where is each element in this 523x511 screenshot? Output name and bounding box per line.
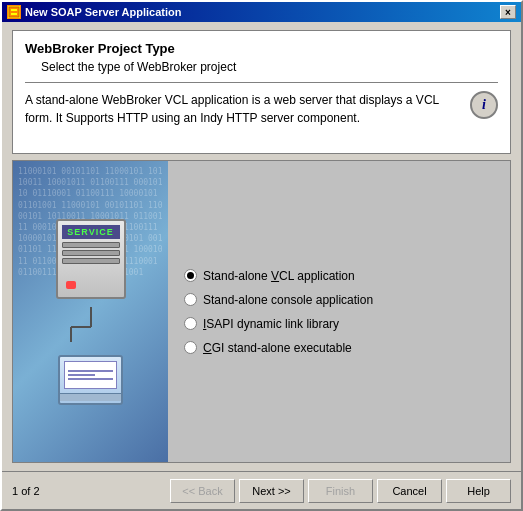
radio-option-isapi-dll[interactable]: ISAPI dynamic link library [184,317,494,331]
bottom-bar: 1 of 2 << Back Next >> Finish Cancel Hel… [2,471,521,509]
finish-button[interactable]: Finish [308,479,373,503]
main-window: New SOAP Server Application × WebBroker … [0,0,523,511]
options-panel: Stand-alone VCL application Stand-alone … [168,161,510,462]
header-section: WebBroker Project Type Select the type o… [12,30,511,154]
close-button[interactable]: × [500,5,516,19]
client-screen [64,361,117,389]
header-divider [25,82,498,83]
window-title: New SOAP Server Application [25,6,182,18]
client-icon [58,355,123,405]
page-indicator: 1 of 2 [12,485,40,497]
radio-option-standalone-vcl[interactable]: Stand-alone VCL application [184,269,494,283]
back-button[interactable]: << Back [170,479,235,503]
description-text: A stand-alone WebBroker VCL application … [25,91,462,127]
next-button[interactable]: Next >> [239,479,304,503]
radio-standalone-console[interactable] [184,293,197,306]
content-area: WebBroker Project Type Select the type o… [2,22,521,471]
title-bar: New SOAP Server Application × [2,2,521,22]
window-icon [7,5,21,19]
header-subtitle: Select the type of WebBroker project [41,60,498,74]
info-icon: i [470,91,498,119]
server-indicator [66,281,76,289]
radio-cgi-exe[interactable] [184,341,197,354]
service-container: SERVICE [56,219,126,405]
button-group: << Back Next >> Finish Cancel Help [170,479,511,503]
radio-label-cgi-exe: CGI stand-alone executable [203,341,352,355]
illustration-panel: 11000101 00101101 11000101 10110011 1000… [13,161,168,462]
screen-line [68,374,96,376]
header-title: WebBroker Project Type [25,41,498,56]
help-button[interactable]: Help [446,479,511,503]
screen-line [68,378,114,380]
server-slot [62,258,120,264]
screen-lines [68,368,114,382]
radio-isapi-dll[interactable] [184,317,197,330]
svg-rect-1 [11,9,17,11]
radio-label-standalone-console: Stand-alone console application [203,293,373,307]
server-icon: SERVICE [56,219,126,299]
connector-svg [61,307,121,347]
client-base [60,393,121,401]
svg-rect-0 [9,7,19,17]
server-slot [62,250,120,256]
svg-rect-2 [11,13,17,15]
server-slots [62,242,120,264]
title-bar-left: New SOAP Server Application [7,5,182,19]
radio-option-cgi-exe[interactable]: CGI stand-alone executable [184,341,494,355]
cancel-button[interactable]: Cancel [377,479,442,503]
service-label: SERVICE [62,225,120,239]
radio-label-standalone-vcl: Stand-alone VCL application [203,269,355,283]
radio-option-standalone-console[interactable]: Stand-alone console application [184,293,494,307]
radio-standalone-vcl[interactable] [184,269,197,282]
description-area: A stand-alone WebBroker VCL application … [25,91,498,141]
server-slot [62,242,120,248]
main-section: 11000101 00101101 11000101 10110011 1000… [12,160,511,463]
screen-line [68,370,114,372]
radio-label-isapi-dll: ISAPI dynamic link library [203,317,339,331]
